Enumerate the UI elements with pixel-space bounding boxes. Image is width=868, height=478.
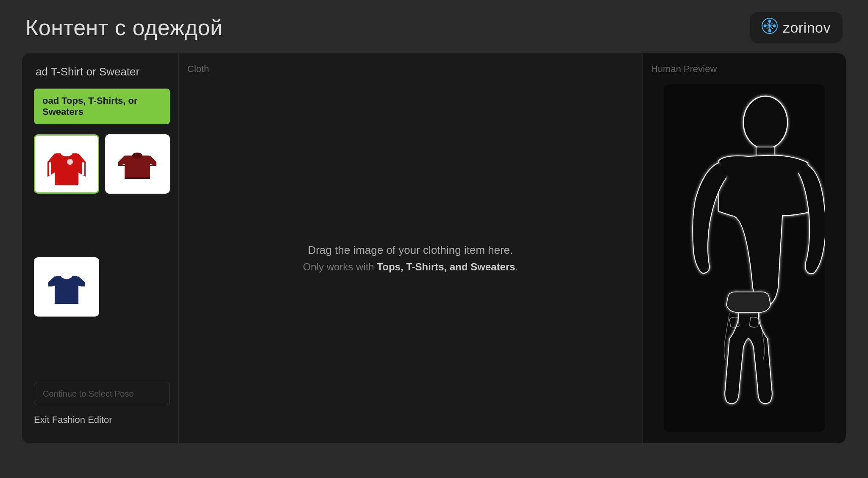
drop-text-prefix: Only works with <box>303 261 377 272</box>
logo-icon <box>762 18 778 37</box>
clothing-item-red-short[interactable] <box>105 134 170 194</box>
svg-rect-33 <box>664 84 825 432</box>
upload-button[interactable]: oad Tops, T-Shirts, or Sweaters <box>34 89 170 124</box>
svg-rect-18 <box>125 156 150 179</box>
svg-rect-31 <box>48 286 55 288</box>
cloth-panel-label: Cloth <box>187 64 634 75</box>
svg-point-1 <box>768 20 771 23</box>
drop-text-sub: Only works with Tops, T-Shirts, and Swea… <box>303 261 518 273</box>
svg-rect-23 <box>118 165 125 166</box>
clothing-grid <box>34 134 170 374</box>
svg-point-21 <box>132 153 142 158</box>
middle-panel: Cloth Drag the image of your clothing it… <box>179 53 643 443</box>
logo-text: zorinov <box>783 19 831 36</box>
left-panel-title: ad T-Shirt or Sweater <box>34 65 170 78</box>
drop-text-suffix: . <box>515 261 518 272</box>
main-container: ad T-Shirt or Sweater oad Tops, T-Shirts… <box>22 53 846 443</box>
page-title: Контент с одеждой <box>25 15 223 40</box>
svg-point-3 <box>763 25 766 28</box>
svg-point-4 <box>773 25 776 28</box>
svg-rect-32 <box>78 286 85 288</box>
drop-text-bold: Tops, T-Shirts, and Sweaters <box>377 261 515 272</box>
shirt-red-short-svg <box>116 143 159 185</box>
logo-badge: zorinov <box>750 12 843 43</box>
human-preview-label: Human Preview <box>651 64 837 75</box>
shirt-blue-svg <box>45 261 88 312</box>
exit-button[interactable]: Exit Fashion Editor <box>34 409 170 431</box>
continue-button[interactable]: Continue to Select Pose <box>34 383 170 405</box>
human-preview-area <box>651 83 837 433</box>
svg-rect-15 <box>82 162 84 175</box>
svg-rect-10 <box>55 153 78 185</box>
page-header: Контент с одеждой zorinov <box>0 0 868 53</box>
svg-rect-30 <box>55 304 78 306</box>
svg-rect-26 <box>55 276 78 306</box>
svg-point-29 <box>61 273 72 279</box>
shirt-red-long-svg <box>45 139 88 189</box>
right-panel: Human Preview <box>643 53 846 443</box>
svg-point-16 <box>67 159 73 165</box>
svg-point-13 <box>61 150 72 156</box>
drop-zone[interactable]: Drag the image of your clothing item her… <box>187 83 634 433</box>
svg-rect-24 <box>150 165 156 166</box>
svg-point-2 <box>768 29 771 32</box>
svg-rect-22 <box>125 177 150 179</box>
drop-text-main: Drag the image of your clothing item her… <box>308 244 513 257</box>
human-silhouette <box>664 84 825 432</box>
svg-rect-14 <box>49 162 51 175</box>
clothing-item-red-long[interactable] <box>34 134 99 194</box>
left-panel: ad T-Shirt or Sweater oad Tops, T-Shirts… <box>22 53 179 443</box>
svg-point-34 <box>743 96 787 149</box>
clothing-item-blue[interactable] <box>34 257 99 317</box>
